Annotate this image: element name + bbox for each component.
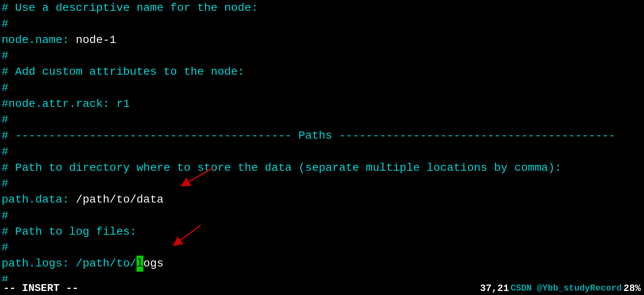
status-bar: -- INSERT -- 37,21 CSDN @Ybb_studyRecord…: [0, 281, 644, 295]
insert-mode-label: -- INSERT --: [3, 282, 78, 294]
cursor-position: 37,21: [480, 283, 509, 294]
line-separator: # --------------------------------------…: [2, 128, 642, 144]
zoom-level: 28%: [624, 283, 641, 294]
line-14: #: [2, 208, 642, 224]
line-4: #: [2, 48, 642, 64]
cursor: l: [137, 256, 143, 272]
editor-area[interactable]: # Use a descriptive name for the node: #…: [0, 0, 644, 295]
line-7: #node.attr.rack: r1: [2, 96, 642, 112]
line-6: #: [2, 80, 642, 96]
line-15: # Path to log files:: [2, 224, 642, 240]
csdn-label: CSDN @Ybb_studyRecord: [511, 283, 622, 293]
line-1: # Use a descriptive name for the node:: [2, 0, 642, 16]
line-12: #: [2, 176, 642, 192]
line-3: node.name: node-1: [2, 32, 642, 48]
line-path-data: path.data: /path/to/data: [2, 192, 642, 208]
line-10: #: [2, 144, 642, 160]
line-5: # Add custom attributes to the node:: [2, 64, 642, 80]
line-11: # Path to directory where to store the d…: [2, 160, 642, 176]
line-2: #: [2, 16, 642, 32]
status-right: 37,21 CSDN @Ybb_studyRecord 28%: [480, 283, 641, 294]
line-path-logs: path.logs: /path/to/logs: [2, 256, 642, 272]
line-8: #: [2, 112, 642, 128]
line-16: #: [2, 240, 642, 256]
